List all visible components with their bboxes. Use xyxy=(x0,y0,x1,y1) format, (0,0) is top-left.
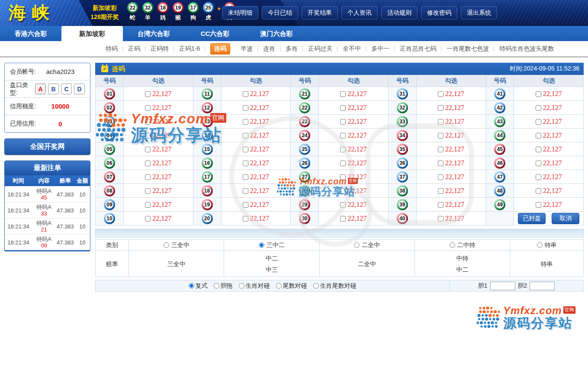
odds-option[interactable]: 22,127 xyxy=(340,145,366,153)
header-menu-退出系统[interactable]: 退出系统 xyxy=(461,6,497,19)
odds-option[interactable]: 22,127 xyxy=(438,187,464,194)
tab-新加坡彩[interactable]: 新加坡彩 xyxy=(61,26,123,41)
odds-checkbox-33[interactable] xyxy=(438,119,443,125)
subnav-一肖尾数七色波[interactable]: 一肖尾数七色波 xyxy=(441,45,494,53)
odds-option[interactable]: 22,127 xyxy=(536,132,562,139)
odds-option[interactable]: 22,127 xyxy=(438,90,464,97)
odds-option[interactable]: 22,127 xyxy=(243,173,269,180)
odds-option[interactable]: 22,127 xyxy=(145,187,171,194)
category-option-三全中[interactable]: 三全中 xyxy=(164,241,190,248)
odds-checkbox-32[interactable] xyxy=(438,105,443,111)
odds-option[interactable]: 22,127 xyxy=(243,201,269,208)
mode-radio-生肖对碰[interactable] xyxy=(239,283,244,289)
subnav-正码特[interactable]: 正码特 xyxy=(145,45,174,53)
odds-checkbox-28[interactable] xyxy=(340,188,346,194)
tab-香港六合彩[interactable]: 香港六合彩 xyxy=(0,26,61,41)
odds-checkbox-40[interactable] xyxy=(438,216,443,222)
category-option-三中二[interactable]: 三中二 xyxy=(259,241,285,248)
odds-option[interactable]: 22,127 xyxy=(340,201,366,208)
odds-checkbox-13[interactable] xyxy=(243,119,248,125)
odds-checkbox-08[interactable] xyxy=(145,188,151,194)
odds-checkbox-17[interactable] xyxy=(243,174,248,180)
odds-checkbox-36[interactable] xyxy=(438,161,443,166)
subnav-全不中[interactable]: 全不中 xyxy=(337,45,366,53)
odds-option[interactable]: 22,127 xyxy=(340,159,366,167)
odds-option[interactable]: 22,127 xyxy=(438,201,464,208)
subnav-特码生肖色波头尾数[interactable]: 特码生肖色波头尾数 xyxy=(494,45,559,53)
odds-option[interactable]: 22,127 xyxy=(536,173,562,180)
category-option-二全中[interactable]: 二全中 xyxy=(354,241,380,248)
odds-checkbox-48[interactable] xyxy=(536,188,541,194)
category-radio-二中特[interactable] xyxy=(450,242,455,248)
header-menu-活动规则[interactable]: 活动规则 xyxy=(381,6,418,19)
subnav-特码[interactable]: 特码 xyxy=(100,45,123,53)
odds-option[interactable]: 22,127 xyxy=(243,145,269,153)
subnav-正肖总肖七码[interactable]: 正肖总肖七码 xyxy=(395,45,441,53)
header-menu-未结明细[interactable]: 未结明细 xyxy=(222,6,258,19)
odds-checkbox-07[interactable] xyxy=(145,174,151,180)
odds-checkbox-06[interactable] xyxy=(145,161,151,166)
mode-option-复式[interactable]: 复式 xyxy=(189,282,208,290)
odds-checkbox-25[interactable] xyxy=(340,147,346,152)
national-draw-button[interactable]: 全国开奖网 xyxy=(4,138,90,155)
subnav-正码[interactable]: 正码 xyxy=(123,45,145,53)
odds-checkbox-43[interactable] xyxy=(536,119,541,125)
odds-option[interactable]: 22,127 xyxy=(340,132,366,139)
odds-checkbox-34[interactable] xyxy=(438,133,443,138)
subnav-连码[interactable]: 连码 xyxy=(210,43,230,55)
odds-checkbox-10[interactable] xyxy=(145,216,151,222)
odds-option[interactable]: 22,127 xyxy=(145,132,171,139)
odds-checkbox-46[interactable] xyxy=(536,161,541,166)
odds-checkbox-42[interactable] xyxy=(536,105,541,111)
odds-checkbox-11[interactable] xyxy=(243,91,248,97)
odds-option[interactable]: 22,127 xyxy=(145,145,171,153)
odds-checkbox-39[interactable] xyxy=(438,202,443,208)
odds-option[interactable]: 22,127 xyxy=(438,132,464,139)
odds-checkbox-18[interactable] xyxy=(243,188,248,194)
odds-option[interactable]: 22,127 xyxy=(145,201,171,208)
category-option-特串[interactable]: 特串 xyxy=(537,241,557,248)
header-menu-今日已结[interactable]: 今日已结 xyxy=(262,6,298,19)
odds-option[interactable]: 22,127 xyxy=(438,215,464,222)
closed-button[interactable]: 已封盘 xyxy=(518,213,546,224)
tab-澳门六合彩[interactable]: 澳门六合彩 xyxy=(246,26,307,41)
odds-option[interactable]: 22,127 xyxy=(243,215,269,222)
odds-checkbox-31[interactable] xyxy=(438,91,443,97)
odds-option[interactable]: 22,127 xyxy=(243,90,269,97)
cancel-button[interactable]: 取消 xyxy=(552,213,579,224)
odds-option[interactable]: 22,127 xyxy=(438,104,464,111)
odds-checkbox-44[interactable] xyxy=(536,133,541,138)
mode-option-尾数对碰[interactable]: 尾数对碰 xyxy=(276,282,307,290)
odds-checkbox-41[interactable] xyxy=(536,91,541,97)
subnav-连肖[interactable]: 连肖 xyxy=(258,45,280,53)
mode-option-胆拖[interactable]: 胆拖 xyxy=(214,282,233,290)
odds-option[interactable]: 22,127 xyxy=(243,159,269,167)
odds-checkbox-37[interactable] xyxy=(438,174,443,180)
odds-checkbox-14[interactable] xyxy=(243,133,248,138)
odds-option[interactable]: 22,127 xyxy=(536,201,562,208)
plate-type-B[interactable]: B xyxy=(48,84,59,94)
odds-option[interactable]: 22,127 xyxy=(145,90,171,97)
odds-checkbox-30[interactable] xyxy=(340,216,346,222)
odds-checkbox-35[interactable] xyxy=(438,147,443,152)
plate-type-A[interactable]: A xyxy=(35,84,46,94)
odds-option[interactable]: 22,127 xyxy=(438,159,464,167)
odds-checkbox-01[interactable] xyxy=(145,91,151,97)
odds-checkbox-22[interactable] xyxy=(340,105,346,111)
odds-option[interactable]: 22,127 xyxy=(243,118,269,125)
odds-option[interactable]: 22,127 xyxy=(536,104,562,111)
odds-option[interactable]: 22,127 xyxy=(145,173,171,180)
odds-checkbox-24[interactable] xyxy=(340,133,346,138)
odds-option[interactable]: 22,127 xyxy=(340,118,366,125)
odds-option[interactable]: 22,127 xyxy=(536,145,562,153)
mode-option-生肖尾数对碰[interactable]: 生肖尾数对碰 xyxy=(313,282,357,290)
odds-checkbox-49[interactable] xyxy=(536,202,541,208)
tab-台湾六合彩[interactable]: 台湾六合彩 xyxy=(123,26,184,41)
header-menu-修改密码[interactable]: 修改密码 xyxy=(421,6,457,19)
odds-option[interactable]: 22,127 xyxy=(145,118,171,125)
mode-radio-复式[interactable] xyxy=(189,283,194,289)
odds-checkbox-12[interactable] xyxy=(243,105,248,111)
odds-option[interactable]: 22,127 xyxy=(145,159,171,167)
odds-checkbox-15[interactable] xyxy=(243,147,248,152)
plate-type-D[interactable]: D xyxy=(74,84,85,94)
